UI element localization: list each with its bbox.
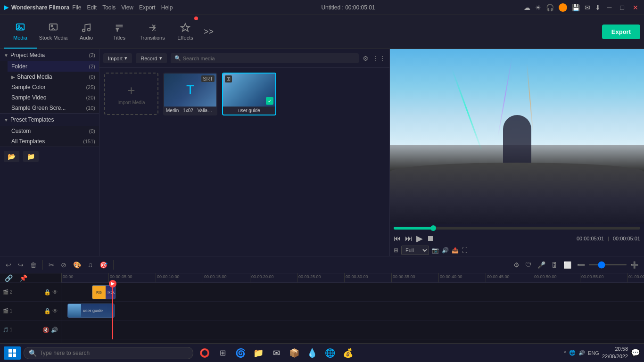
color-match-button[interactable]: 🎨 (71, 259, 83, 271)
sun-icon[interactable]: ☀ (535, 4, 541, 11)
mixer-button[interactable]: 🎛 (549, 259, 560, 271)
download-icon[interactable]: ⬇ (595, 4, 601, 11)
taskbar-clock[interactable]: 20:58 22/08/2022 (602, 346, 628, 360)
audio1-mute-icon[interactable]: 🔇 (42, 327, 50, 333)
sidebar-item-folder[interactable]: Folder (2) (8, 61, 99, 72)
import-button[interactable]: Import ▾ (103, 53, 132, 63)
taskbar-search-box[interactable]: 🔍 (24, 347, 193, 359)
track-clip-user-guide[interactable]: user guide (67, 304, 115, 318)
volume-button[interactable]: 🔊 (442, 247, 449, 254)
taskbar-app-edge[interactable]: 🌀 (232, 345, 249, 362)
volume-icon[interactable]: 🔊 (578, 350, 585, 356)
more-tools-button[interactable]: >> (202, 25, 215, 39)
filter-icon[interactable]: ⚙ (363, 55, 369, 62)
sidebar-item-shared-media[interactable]: ▶ Shared Media (0) (8, 72, 99, 82)
fullscreen-button[interactable]: ⛶ (462, 247, 467, 254)
redo-button[interactable]: ↪ (16, 259, 25, 271)
menu-edit[interactable]: Edit (87, 4, 97, 11)
close-button[interactable]: ✕ (631, 4, 640, 11)
track-row-video1[interactable]: user guide (61, 302, 644, 321)
zoom-slider[interactable] (589, 264, 627, 265)
tool-audio[interactable]: Audio (70, 16, 103, 49)
taskbar-app-dropbox[interactable]: 💧 (304, 345, 321, 362)
snap-button[interactable]: 📌 (17, 273, 29, 284)
taskbar-app-cortana[interactable]: ⭕ (196, 345, 213, 362)
tool-stock-media[interactable]: Stock Media (37, 16, 70, 49)
start-button[interactable] (4, 346, 21, 360)
audio1-volume-icon[interactable]: 🔊 (51, 327, 58, 333)
zoom-in-button[interactable]: ➕ (628, 259, 640, 271)
track2-eye-icon[interactable]: 👁 (52, 289, 58, 296)
skip-back-button[interactable]: ⏮ (394, 234, 401, 243)
tool-media[interactable]: Media (4, 16, 37, 49)
titlebar-controls[interactable]: ☁ ☀ 🎧 💾 ✉ ⬇ ─ □ ✕ (524, 3, 640, 12)
play-button[interactable]: ▶ (416, 233, 423, 244)
taskbar-search-input[interactable] (40, 350, 188, 356)
menu-file[interactable]: File (72, 4, 81, 11)
export-frame-button[interactable]: 📤 (452, 247, 459, 254)
playhead[interactable] (112, 283, 113, 339)
zoom-level-select[interactable]: Full 50% 75% 100% (401, 246, 429, 255)
screenshot-button[interactable]: 📷 (432, 247, 439, 254)
settings-button[interactable]: ⚙ (512, 259, 521, 271)
sidebar-item-sample-color[interactable]: Sample Color (25) (8, 82, 99, 92)
sidebar-project-media[interactable]: ▼ Project Media (2) (0, 49, 99, 61)
track1-eye-icon[interactable]: 👁 (52, 308, 58, 314)
stop-button[interactable]: ⏹ (427, 234, 434, 243)
cut-button[interactable]: ✂ (47, 259, 56, 271)
sidebar-item-sample-green[interactable]: Sample Green Scre... (10) (8, 103, 99, 113)
minimize-button[interactable]: ─ (605, 4, 614, 11)
sidebar-item-sample-video[interactable]: Sample Video (20) (8, 92, 99, 103)
search-box[interactable]: 🔍 (171, 53, 359, 63)
media-card-user-guide[interactable]: ⊞ ✓ user guide (222, 73, 276, 115)
preview-playhead-dot[interactable] (430, 225, 436, 231)
export-button[interactable]: Export (602, 25, 640, 39)
mic-button[interactable]: 🎤 (536, 259, 547, 271)
taskbar-app-filmora[interactable]: 💰 (339, 345, 356, 362)
shield-button[interactable]: 🛡 (523, 259, 534, 271)
audio-stretch-button[interactable]: ♫ (86, 259, 95, 271)
record-dropdown-icon[interactable]: ▾ (159, 55, 162, 61)
menu-bar[interactable]: File Edit Tools View Export Help (72, 4, 173, 11)
record-button[interactable]: Record ▾ (136, 53, 166, 63)
search-input[interactable] (183, 56, 355, 61)
sys-tray-expand[interactable]: ^ (564, 350, 566, 356)
mail-icon[interactable]: ✉ (585, 4, 590, 11)
track-row-video2[interactable]: RG RG... (61, 283, 644, 302)
tool-titles[interactable]: T Titles (103, 16, 136, 49)
link-button[interactable]: 🔗 (3, 273, 15, 284)
menu-help[interactable]: Help (161, 4, 173, 11)
zoom-out-button[interactable]: ➖ (575, 259, 587, 271)
grid-icon[interactable]: ⋮⋮ (372, 55, 386, 62)
menu-tools[interactable]: Tools (102, 4, 116, 11)
new-folder-button[interactable]: 📂 (4, 151, 19, 162)
preview-progress-container[interactable] (390, 224, 644, 232)
motion-track-button[interactable]: 🎯 (98, 259, 109, 271)
delete-button[interactable]: 🗑 (28, 259, 39, 271)
tool-effects[interactable]: Effects (169, 16, 202, 49)
import-media-card[interactable]: + Import Media (104, 73, 158, 115)
cloud-icon[interactable]: ☁ (524, 4, 530, 11)
taskbar-app-taskview[interactable]: ⊞ (214, 345, 231, 362)
taskbar-app-globe[interactable]: 🌐 (322, 345, 339, 362)
undo-button[interactable]: ↩ (4, 259, 13, 271)
track1-lock-icon[interactable]: 🔒 (44, 308, 51, 314)
taskbar-notification[interactable]: 💬 (631, 348, 640, 357)
import-folder-button[interactable]: 📁 (23, 151, 39, 162)
taskbar-app-amazon[interactable]: 📦 (286, 345, 303, 362)
track2-lock-icon[interactable]: 🔒 (44, 289, 51, 296)
add-to-timeline-button[interactable]: ⊞ (394, 247, 398, 254)
preview-progress-bar[interactable] (394, 227, 640, 230)
menu-view[interactable]: View (121, 4, 133, 11)
sidebar-preset-templates[interactable]: ▼ Preset Templates (0, 114, 99, 126)
import-dropdown-icon[interactable]: ▾ (124, 55, 127, 61)
media-card-merlin[interactable]: T SRT Merlin - 1x02 - Valiant.P... (163, 73, 217, 115)
taskbar-app-folder[interactable]: 📁 (250, 345, 267, 362)
taskbar-app-mail[interactable]: ✉ (268, 345, 285, 362)
network-icon[interactable]: 🌐 (569, 350, 576, 356)
sidebar-item-all-templates[interactable]: All Templates (151) (8, 136, 99, 147)
headphone-icon[interactable]: 🎧 (546, 4, 554, 11)
step-back-button[interactable]: ⏭ (405, 234, 413, 243)
track-row-audio1[interactable] (61, 321, 644, 339)
sidebar-item-custom[interactable]: Custom (0) (8, 126, 99, 136)
